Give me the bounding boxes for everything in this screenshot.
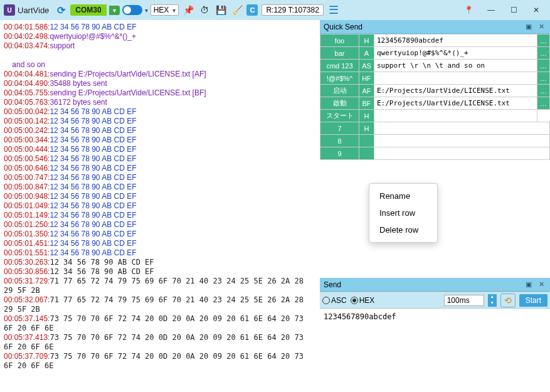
save-icon[interactable]: 💾 (214, 4, 228, 16)
qs-send-button[interactable]: … (537, 85, 550, 97)
copy-button[interactable]: C (246, 4, 258, 16)
qs-send-button[interactable]: … (537, 97, 550, 110)
qs-name-cell[interactable]: cmd 123 (320, 60, 359, 72)
qs-name-cell[interactable]: foo (320, 34, 359, 47)
hex-radio[interactable]: HEX (351, 296, 375, 305)
qs-data-cell[interactable]: 1234567890abcdef (374, 34, 537, 47)
refresh-button[interactable]: ⟳ (54, 3, 68, 17)
context-menu: RenameInsert rowDelete row (369, 183, 438, 243)
qs-data-cell[interactable]: qwertyuiop!@#$%^&*()_+ (374, 47, 537, 60)
qs-name-cell[interactable]: 启动 (320, 85, 359, 97)
qs-name-cell[interactable]: 啟動 (320, 97, 359, 110)
qs-format-cell[interactable] (359, 147, 374, 160)
quick-send-row: barAqwertyuiop!@#$%^&*()_+… (320, 47, 550, 60)
port-selector[interactable]: COM30 (70, 4, 106, 16)
qs-format-cell[interactable]: A (359, 47, 374, 60)
qs-name-cell[interactable]: 7 (320, 122, 359, 135)
pin-icon[interactable]: 📌 (181, 4, 195, 16)
quick-send-row: スタートH (320, 110, 550, 122)
qs-name-cell[interactable]: 9 (320, 147, 359, 160)
quick-send-popout[interactable]: ▣ (524, 22, 534, 32)
send-header: Send ▣ ✕ (320, 278, 550, 292)
minimize-button[interactable]: — (481, 1, 501, 19)
qs-format-cell[interactable]: BF (359, 97, 374, 110)
qs-format-cell[interactable] (359, 135, 374, 147)
pin-window-button[interactable]: 📍 (458, 1, 479, 19)
refresh-icon: ⟳ (57, 4, 65, 16)
app-title: UartVide (18, 6, 49, 15)
qs-send-button[interactable]: … (537, 47, 550, 60)
titlebar: U UartVide ⟳ COM30▾ ▾ HEX▾ 📌 ⏱ 💾 🧹 C R:1… (0, 0, 550, 20)
loop-button[interactable]: ⟲ (500, 294, 516, 307)
qs-name-cell[interactable]: 8 (320, 135, 359, 147)
send-textarea[interactable]: 1234567890abcdef (320, 309, 550, 392)
start-button[interactable]: Start (519, 294, 547, 307)
qs-data-cell[interactable]: E:/Projects/UartVide/LICENSE.txt (374, 97, 537, 110)
quick-send-table: fooH1234567890abcdef…barAqwertyuiop!@#$%… (320, 34, 550, 160)
qs-format-cell[interactable]: H (359, 110, 374, 122)
qs-data-cell[interactable] (374, 72, 537, 85)
quick-send-row: !@#$%^HF… (320, 72, 550, 85)
qs-data-cell[interactable]: E:/Projects/UartVide/LICENSE.txt (374, 85, 537, 97)
quick-send-row: 9 (320, 147, 550, 160)
quick-send-row: fooH1234567890abcdef… (320, 34, 550, 47)
context-menu-item[interactable]: Delete row (369, 221, 437, 238)
quick-send-pane: fooH1234567890abcdef…barAqwertyuiop!@#$%… (320, 34, 550, 278)
interval-spinner[interactable]: ▲▼ (488, 294, 497, 307)
qs-send-button[interactable]: … (537, 34, 550, 47)
qs-data-cell[interactable] (374, 110, 537, 122)
context-menu-item[interactable]: Rename (369, 188, 437, 204)
send-pane: ASC HEX 100ms ▲▼ ⟲ Start 1234567890abcde… (320, 292, 550, 392)
quick-send-row: 8 (320, 135, 550, 147)
qs-name-cell[interactable]: !@#$%^ (320, 72, 359, 85)
qs-format-cell[interactable]: H (359, 122, 374, 135)
maximize-button[interactable]: ☐ (504, 1, 524, 19)
menu-icon[interactable]: ☰ (329, 3, 339, 17)
qs-format-cell[interactable]: AF (359, 85, 374, 97)
quick-send-close[interactable]: ✕ (536, 22, 546, 32)
app-icon: U (4, 4, 15, 16)
asc-radio[interactable]: ASC (322, 296, 347, 305)
send-title: Send (324, 280, 341, 289)
timestamp-icon[interactable]: ⏱ (198, 4, 211, 16)
interval-input[interactable]: 100ms (444, 295, 484, 306)
port-dropdown[interactable]: ▾ (109, 6, 120, 15)
log-pane[interactable]: 00:04:01.586:12 34 56 78 90 AB CD EF 00:… (0, 20, 320, 392)
qs-format-cell[interactable]: AS (359, 60, 374, 72)
close-button[interactable]: ✕ (526, 1, 546, 19)
quick-send-row: 7H (320, 122, 550, 135)
qs-send-button[interactable]: … (537, 60, 550, 72)
display-mode-select[interactable]: HEX▾ (151, 4, 179, 16)
connect-toggle[interactable] (122, 5, 142, 15)
clear-icon[interactable]: 🧹 (230, 4, 244, 16)
toggle-dropdown[interactable]: ▾ (145, 7, 148, 14)
qs-name-cell[interactable]: スタート (320, 110, 359, 122)
qs-format-cell[interactable]: H (359, 34, 374, 47)
qs-send-button[interactable]: … (537, 72, 550, 85)
quick-send-title: Quick Send (324, 23, 362, 31)
stats-display: R:129 T:107382 (262, 4, 324, 16)
quick-send-row: 啟動BFE:/Projects/UartVide/LICENSE.txt… (320, 97, 550, 110)
context-menu-item[interactable]: Insert row (369, 204, 437, 221)
quick-send-row: cmd 123ASsupport \r \n \t and so on… (320, 60, 550, 72)
qs-data-cell[interactable]: support \r \n \t and so on (374, 60, 537, 72)
qs-name-cell[interactable]: bar (320, 47, 359, 60)
display-mode-label: HEX (154, 6, 169, 14)
send-close[interactable]: ✕ (536, 280, 546, 290)
qs-format-cell[interactable]: HF (359, 72, 374, 85)
quick-send-row: 启动AFE:/Projects/UartVide/LICENSE.txt… (320, 85, 550, 97)
send-popout[interactable]: ▣ (524, 280, 534, 290)
quick-send-header: Quick Send ▣ ✕ (320, 20, 550, 34)
